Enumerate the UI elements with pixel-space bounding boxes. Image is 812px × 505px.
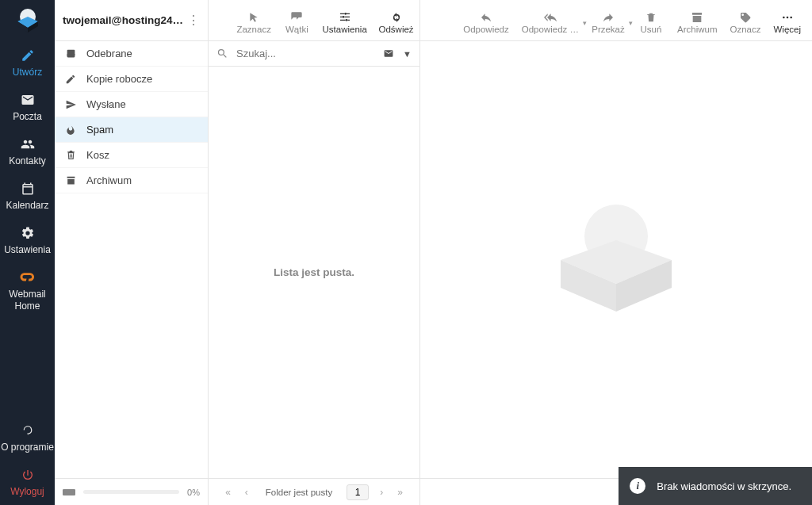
vertical-nav: Utwórz Poczta Kontakty Kalendarz Ustawie… xyxy=(0,0,55,505)
nav-calendar[interactable]: Kalendarz xyxy=(0,174,55,219)
compose-icon xyxy=(21,48,35,63)
nav-mail[interactable]: Poczta xyxy=(0,86,55,130)
disk-icon xyxy=(63,488,75,497)
nav-contacts[interactable]: Kontakty xyxy=(0,130,55,174)
toolbar-delete[interactable]: Usuń xyxy=(631,0,671,40)
toolbar-threads-label: Wątki xyxy=(285,25,308,34)
svg-point-2 xyxy=(342,16,344,18)
page-last[interactable]: » xyxy=(394,485,406,499)
toolbar-more[interactable]: Więcej xyxy=(767,0,807,40)
nav-webmail-home[interactable]: Webmail Home xyxy=(0,263,55,319)
page-prev[interactable]: ‹ xyxy=(242,485,251,499)
toolbar-reply[interactable]: Odpowiedz xyxy=(457,0,515,40)
app-logo xyxy=(0,0,55,41)
nav-about[interactable]: O programie xyxy=(0,416,55,461)
toolbar-select[interactable]: Zaznacz xyxy=(231,0,277,40)
folder-item[interactable]: Wysłane xyxy=(55,92,208,117)
fire-icon xyxy=(64,124,77,136)
message-preview-pane xyxy=(420,41,812,478)
nav-webmail-home-label-2: Home xyxy=(14,300,40,312)
status-bar: 0% « ‹ Folder jest pusty › » i Brak wiad… xyxy=(55,478,812,505)
nav-compose[interactable]: Utwórz xyxy=(0,41,55,86)
more-icon xyxy=(780,6,795,24)
nav-logout-label: Wyloguj xyxy=(10,486,44,497)
cursor-icon xyxy=(248,6,259,24)
nav-settings-label: Ustawienia xyxy=(4,244,51,255)
search-options-toggle[interactable]: ▼ xyxy=(403,49,412,59)
gear-icon xyxy=(21,225,35,241)
quota-bar xyxy=(83,490,179,494)
archive-icon xyxy=(64,175,77,186)
page-next[interactable]: › xyxy=(377,485,386,499)
search-input[interactable] xyxy=(236,48,374,59)
paginator: « ‹ Folder jest pusty › » xyxy=(209,479,420,505)
folder-label: Odebrane xyxy=(86,48,132,59)
tag-icon xyxy=(739,6,752,24)
nav-calendar-label: Kalendarz xyxy=(6,200,48,211)
folder-list: OdebraneKopie roboczeWysłaneSpamKoszArch… xyxy=(55,41,209,478)
pencil-icon xyxy=(64,74,77,85)
power-icon xyxy=(21,467,34,483)
nav-mail-label: Poczta xyxy=(13,111,42,122)
archive-icon xyxy=(691,6,703,24)
nav-logout[interactable]: Wyloguj xyxy=(0,461,55,505)
page-first[interactable]: « xyxy=(222,485,234,499)
nav-compose-label: Utwórz xyxy=(13,67,42,78)
search-bar: ▼ xyxy=(209,41,419,67)
toolbar-mark-label: Oznacz xyxy=(730,25,760,34)
account-menu-button[interactable]: ⋮ xyxy=(184,13,203,28)
threads-icon xyxy=(289,6,304,24)
content: OdebraneKopie roboczeWysłaneSpamKoszArch… xyxy=(55,41,812,478)
folder-item[interactable]: Archiwum xyxy=(55,168,208,193)
svg-point-4 xyxy=(783,17,785,19)
search-icon xyxy=(216,48,228,59)
folder-item[interactable]: Kopie robocze xyxy=(55,67,208,92)
folder-label: Wysłane xyxy=(86,98,126,110)
calendar-icon xyxy=(21,181,35,197)
contacts-icon xyxy=(20,136,36,152)
toolbar-archive[interactable]: Archiwum xyxy=(671,0,723,40)
quota-percent: 0% xyxy=(187,488,200,497)
toolbar-forward[interactable]: Przekaż ▾ xyxy=(585,0,631,40)
folder-label: Kosz xyxy=(86,149,109,161)
topbar: twojemail@hosting24.pl ⋮ Zaznacz Wątki xyxy=(55,0,812,41)
inbox-icon xyxy=(64,48,77,59)
toolbar-delete-label: Usuń xyxy=(641,25,662,34)
toolbar-options[interactable]: Ustawienia xyxy=(316,0,373,40)
folder-item[interactable]: Odebrane xyxy=(55,41,208,67)
mail-icon xyxy=(21,92,35,108)
toolbar-reply-all-label: Odpowiedz … xyxy=(522,25,579,34)
plane-icon xyxy=(64,99,77,110)
toolbar-list-group: Zaznacz Wątki Ustawienia Odśwież xyxy=(209,0,420,40)
nav-spacer xyxy=(0,319,55,416)
svg-point-6 xyxy=(790,17,792,19)
toolbar-archive-label: Archiwum xyxy=(677,25,717,34)
svg-point-1 xyxy=(344,13,347,15)
folder-item[interactable]: Spam xyxy=(55,117,208,143)
toolbar-threads[interactable]: Wątki xyxy=(277,0,316,40)
folder-item[interactable]: Kosz xyxy=(55,143,208,168)
empty-preview-graphic xyxy=(545,201,688,319)
nav-settings[interactable]: Ustawienia xyxy=(0,219,55,263)
toolbar-reply-label: Odpowiedz xyxy=(463,25,509,34)
folder-label: Kopie robocze xyxy=(86,73,152,85)
main-area: twojemail@hosting24.pl ⋮ Zaznacz Wątki xyxy=(55,0,812,505)
sliders-icon xyxy=(339,6,351,24)
toast-area: i Brak wiadomości w skrzynce. xyxy=(420,479,812,505)
toast-message: Brak wiadomości w skrzynce. xyxy=(657,480,791,492)
toolbar: Zaznacz Wątki Ustawienia Odśwież xyxy=(209,0,812,40)
account-email: twojemail@hosting24.pl xyxy=(63,14,184,26)
toolbar-reply-all[interactable]: Odpowiedz … ▾ xyxy=(515,0,585,40)
nav-about-label: O programie xyxy=(1,442,54,453)
page-input[interactable] xyxy=(347,484,369,500)
toolbar-refresh[interactable]: Odśwież xyxy=(373,0,419,40)
svg-point-3 xyxy=(345,19,347,21)
message-list-pane: ▼ Lista jest pusta. xyxy=(209,41,420,478)
toolbar-mark[interactable]: Oznacz xyxy=(723,0,767,40)
trash-icon xyxy=(64,149,77,161)
refresh-icon xyxy=(390,6,403,24)
nav-contacts-label: Kontakty xyxy=(9,155,46,166)
toolbar-more-label: Więcej xyxy=(773,25,801,34)
svg-point-5 xyxy=(786,17,788,19)
search-scope-icon[interactable] xyxy=(382,48,395,59)
